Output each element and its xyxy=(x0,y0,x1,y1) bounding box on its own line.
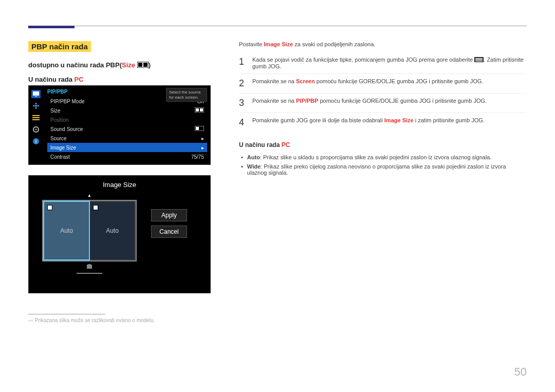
osd-sidebar: i xyxy=(29,86,43,164)
step-highlight: Screen xyxy=(296,78,315,84)
header-accent xyxy=(28,26,75,28)
svg-rect-2 xyxy=(143,63,147,67)
svg-rect-4 xyxy=(35,96,37,97)
osd-tooltip-l2: for each screen. xyxy=(169,95,204,100)
svg-rect-21 xyxy=(196,127,199,130)
left-column: PBP način rada dostupno u načinu rada PB… xyxy=(28,41,218,323)
intro-pre: Postavite xyxy=(239,41,264,47)
mode-heading-right-prefix: U načinu rada xyxy=(239,141,282,148)
intro-post: za svaki od podijeljenih zaslona. xyxy=(293,41,375,47)
osd-tooltip-l1: Select the source xyxy=(169,90,204,95)
osd-menu-screenshot: i PIP/PBP Select the source for each scr… xyxy=(28,85,211,165)
svg-rect-23 xyxy=(475,58,483,59)
section-title: PBP način rada xyxy=(28,41,91,52)
svg-point-9 xyxy=(35,105,37,107)
step-number: 3 xyxy=(239,98,247,108)
page-number: 50 xyxy=(514,365,527,379)
step-text: Pomaknite se na Screen pomoću funkcije G… xyxy=(252,78,483,84)
svg-marker-8 xyxy=(38,105,40,107)
monitor-stand-icon xyxy=(77,268,102,274)
osd-row-value: ▸ xyxy=(201,136,204,141)
osd2-buttons: Apply Cancel xyxy=(151,209,187,238)
menu-icon xyxy=(474,57,484,63)
osd-row-value xyxy=(195,107,204,114)
osd-row: Contrast75/75 xyxy=(47,152,207,161)
step-text: Pomaknite gumb JOG gore ili dolje da bis… xyxy=(252,117,485,123)
footnote-text: Prikazana slika može se razlikovati ovis… xyxy=(35,318,155,323)
step-highlight: Image Size xyxy=(384,117,414,123)
bullet-item: Auto: Prikaz slike u skladu s proporcija… xyxy=(241,153,527,162)
osd-imagesize-screenshot: Image Size ▲ Auto Auto ▼ xyxy=(28,175,211,293)
pbp-icon xyxy=(195,107,204,113)
osd-row: Image Size▸ xyxy=(47,143,207,152)
bullet-text: Wide: Prikaz slike preko cijelog zaslona… xyxy=(247,163,527,176)
osd-row: Sound Source xyxy=(47,124,207,134)
svg-rect-25 xyxy=(475,61,483,62)
step-item: 3Pomaknite se na PIP/PBP pomoću funkcije… xyxy=(239,94,527,113)
subtitle-prefix: dostupno u načinu rada PBP( xyxy=(28,61,122,69)
apply-button: Apply xyxy=(151,209,187,221)
monitor-icon xyxy=(31,90,41,98)
svg-marker-5 xyxy=(35,102,37,104)
osd-row-value: 75/75 xyxy=(191,154,204,160)
osd2-left-pane: Auto xyxy=(43,201,90,260)
osd-main: PIP/PBP Select the source for each scree… xyxy=(43,86,210,164)
step-number: 1 xyxy=(239,57,247,67)
osd-row: Position xyxy=(47,115,207,124)
svg-rect-10 xyxy=(32,115,40,116)
right-column: Postavite Image Size za svaki od podijel… xyxy=(239,41,527,323)
step-item: 1Kada se pojavi vodič za funkcijske tipk… xyxy=(239,52,527,74)
osd2-screen: Auto Auto xyxy=(42,200,137,262)
step-number: 2 xyxy=(239,78,247,89)
step-highlight: PIP/PBP xyxy=(296,98,318,104)
list-icon xyxy=(31,114,41,122)
svg-rect-11 xyxy=(32,117,40,118)
svg-rect-19 xyxy=(200,108,203,111)
step-text: Pomaknite se na PIP/PBP pomoću funkcije … xyxy=(252,98,487,104)
cancel-button: Cancel xyxy=(151,226,187,238)
osd2-right-pane: Auto xyxy=(90,201,136,260)
svg-marker-7 xyxy=(32,105,34,107)
footnote-rule xyxy=(28,314,105,314)
bullets-list: Auto: Prikaz slike u skladu s proporcija… xyxy=(239,153,527,177)
osd2-monitor: ▲ Auto Auto ▼ xyxy=(33,194,146,274)
osd2-left-label: Auto xyxy=(60,227,73,234)
osd-row: Source▸ xyxy=(47,134,207,143)
subtitle-suffix: ) xyxy=(149,61,151,69)
footnote: ― Prikazana slika može se razlikovati ov… xyxy=(28,318,218,323)
bullet-text: Auto: Prikaz slike u skladu s proporcija… xyxy=(247,154,492,160)
pbp-size-icon xyxy=(137,62,149,69)
intro-red: Image Size xyxy=(264,41,293,47)
osd2-right-label: Auto xyxy=(106,227,119,234)
osd-row: Size xyxy=(47,106,207,115)
step-text: Kada se pojavi vodič za funkcijske tipke… xyxy=(252,57,527,69)
svg-rect-18 xyxy=(196,108,199,111)
svg-rect-24 xyxy=(475,60,483,61)
info-icon: i xyxy=(31,137,41,145)
osd-row-label: Sound Source xyxy=(50,126,83,132)
svg-rect-1 xyxy=(138,63,142,67)
osd2-title: Image Size xyxy=(33,180,206,194)
osd-row-value xyxy=(195,126,204,132)
svg-marker-6 xyxy=(35,107,37,109)
mode-heading-left: U načinu rada PC xyxy=(28,76,218,83)
svg-rect-12 xyxy=(32,119,40,120)
mode-heading-right-pc: PC xyxy=(282,141,290,148)
pane-marker-icon xyxy=(47,205,52,210)
mode-heading-pc: PC xyxy=(75,76,84,83)
step-item: 4Pomaknite gumb JOG gore ili dolje da bi… xyxy=(239,113,527,132)
gear-icon xyxy=(31,125,41,134)
osd-row-label: Contrast xyxy=(50,154,70,160)
osd-row-label: Image Size xyxy=(50,145,76,151)
svg-rect-3 xyxy=(33,91,39,96)
step-number: 4 xyxy=(239,117,247,128)
subtitle-size: Size xyxy=(122,61,135,69)
svg-text:i: i xyxy=(35,139,36,144)
header-rule xyxy=(28,26,527,26)
up-arrow-icon: ▲ xyxy=(33,194,146,198)
mode-heading-right: U načinu rada PC xyxy=(239,141,527,148)
intro-text: Postavite Image Size za svaki od podijel… xyxy=(239,41,527,47)
mode-heading-prefix: U načinu rada xyxy=(28,76,75,83)
bullet-bold: Auto xyxy=(247,154,260,160)
bullet-bold: Wide xyxy=(247,163,261,170)
